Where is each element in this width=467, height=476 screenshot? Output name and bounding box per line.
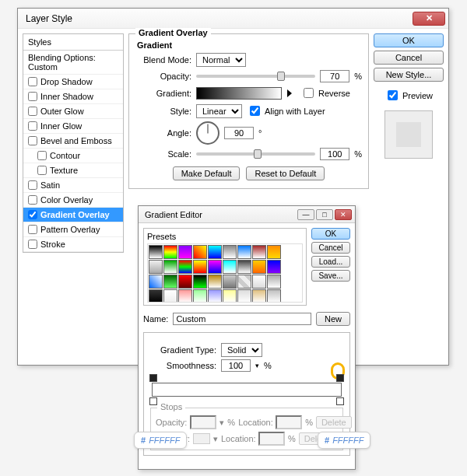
color-stop-right[interactable] [336,397,344,405]
gtype-select[interactable]: Solid [221,343,262,357]
preset-swatch[interactable] [193,245,207,259]
style-checkbox[interactable] [37,151,47,160]
titlebar[interactable]: Layer Style ✕ [18,9,448,29]
align-checkbox[interactable] [250,106,260,116]
cancel-button[interactable]: Cancel [374,51,444,65]
preset-swatch[interactable] [163,245,177,259]
preset-swatch[interactable] [267,275,281,289]
style-checkbox[interactable] [28,210,37,219]
preset-swatch[interactable] [208,260,222,274]
opacity-slider[interactable] [196,75,315,78]
styles-header[interactable]: Styles [23,34,123,51]
style-checkbox[interactable] [28,121,37,131]
preset-swatch[interactable] [237,275,251,289]
ge-save-button[interactable]: Save... [311,270,350,282]
blend-mode-select[interactable]: Normal [196,53,246,67]
preview-checkbox[interactable] [388,90,398,100]
style-select[interactable]: Linear [196,104,242,118]
style-checkbox[interactable] [28,107,37,116]
new-button[interactable]: New [316,312,350,326]
preset-swatch[interactable] [208,289,222,303]
style-checkbox[interactable] [28,240,37,249]
preset-swatch[interactable] [267,289,281,303]
preset-swatch[interactable] [149,260,163,274]
smooth-value[interactable] [221,359,251,372]
preset-swatch[interactable] [178,289,192,303]
preset-swatch[interactable] [163,275,177,289]
preset-swatch[interactable] [193,275,207,289]
preset-swatch[interactable] [193,260,207,274]
close-button[interactable]: ✕ [413,12,445,26]
preset-swatch[interactable] [223,260,237,274]
style-item[interactable]: Stroke [23,237,123,252]
style-item[interactable]: Contour [23,149,123,163]
style-checkbox[interactable] [28,92,37,101]
ge-close-button[interactable]: ✕ [335,209,352,220]
opacity-value[interactable] [320,70,349,82]
preset-swatch[interactable] [252,245,266,259]
style-item[interactable]: Texture [23,163,123,178]
reverse-checkbox[interactable] [304,88,314,98]
style-checkbox[interactable] [28,225,37,234]
make-default-button[interactable]: Make Default [173,166,241,180]
style-item[interactable]: Bevel and Emboss [23,134,123,149]
style-item[interactable]: Pattern Overlay [23,222,123,237]
color-stop-left[interactable] [149,397,157,405]
opacity-stop-right[interactable] [336,374,344,382]
preset-swatch[interactable] [163,289,177,303]
ge-cancel-button[interactable]: Cancel [311,242,350,254]
scale-slider[interactable] [196,152,315,156]
preset-swatch[interactable] [237,289,251,303]
preset-swatch[interactable] [223,289,237,303]
blending-options[interactable]: Blending Options: Custom [23,51,123,75]
minimize-button[interactable]: — [297,209,314,220]
scale-value[interactable] [320,148,349,160]
ge-load-button[interactable]: Load... [311,256,350,268]
style-checkbox[interactable] [28,180,37,190]
preset-swatch[interactable] [252,289,266,303]
style-item[interactable]: Outer Glow [23,104,123,119]
preset-swatch[interactable] [237,260,251,274]
maximize-button[interactable]: □ [316,209,333,220]
style-checkbox[interactable] [37,166,47,175]
gradient-bar[interactable] [152,383,342,397]
name-input[interactable] [173,313,311,325]
new-style-button[interactable]: New Style... [374,68,444,82]
ge-titlebar[interactable]: Gradient Editor — □ ✕ [139,206,355,223]
preset-swatch[interactable] [178,245,192,259]
style-checkbox[interactable] [28,136,37,145]
preset-swatch[interactable] [252,260,266,274]
group-subtitle: Gradient [137,40,362,50]
style-item[interactable]: Inner Glow [23,119,123,134]
style-checkbox[interactable] [28,195,37,205]
preset-swatch[interactable] [178,275,192,289]
angle-value[interactable] [224,127,254,139]
preset-swatch[interactable] [223,275,237,289]
preset-swatch[interactable] [149,245,163,259]
ge-ok-button[interactable]: OK [311,228,350,240]
gradient-swatch[interactable] [196,87,282,100]
preset-swatch[interactable] [267,260,281,274]
chevron-down-icon[interactable]: ▾ [255,362,259,369]
opacity-stop-left[interactable] [149,374,157,382]
preset-swatch[interactable] [178,260,192,274]
preset-swatch[interactable] [208,275,222,289]
style-checkbox[interactable] [28,77,37,86]
preset-swatch[interactable] [149,289,163,303]
preset-swatch[interactable] [208,245,222,259]
ok-button[interactable]: OK [374,33,444,47]
style-item[interactable]: Inner Shadow [23,89,123,104]
preset-swatch[interactable] [163,260,177,274]
preset-swatch[interactable] [193,289,207,303]
preset-swatch[interactable] [149,275,163,289]
style-item[interactable]: Color Overlay [23,193,123,208]
angle-dial[interactable] [196,121,219,145]
preset-swatch[interactable] [237,245,251,259]
style-item[interactable]: Gradient Overlay [23,208,123,222]
style-item[interactable]: Satin [23,178,123,193]
style-item[interactable]: Drop Shadow [23,75,123,89]
preset-swatch[interactable] [267,245,281,259]
preset-swatch[interactable] [223,245,237,259]
reset-default-button[interactable]: Reset to Default [246,166,325,180]
preset-swatch[interactable] [252,275,266,289]
